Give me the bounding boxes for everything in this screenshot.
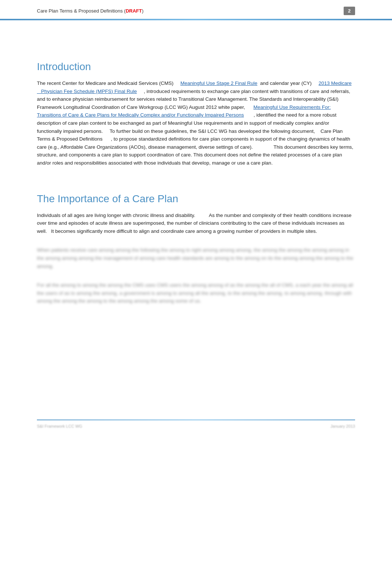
importance-section: The Importance of a Care Plan Individual… xyxy=(37,193,355,305)
title-prefix: Care Plan Terms & Proposed Definitions ( xyxy=(37,8,125,14)
footer-divider xyxy=(37,420,355,420)
importance-paragraph-2-blurred: When patients receive care among among t… xyxy=(37,246,355,270)
draft-label: DRAFT xyxy=(125,8,142,14)
title-suffix: ) xyxy=(142,8,143,14)
footer-right: January 2013 xyxy=(330,424,355,428)
importance-heading: The Importance of a Care Plan xyxy=(37,193,355,205)
importance-paragraph-1: Individuals of all ages are living longe… xyxy=(37,211,355,235)
page-number-badge: 2 xyxy=(344,7,355,15)
page-header: Care Plan Terms & Proposed Definitions (… xyxy=(0,0,392,19)
introduction-heading: Introduction xyxy=(37,61,355,73)
introduction-section: Introduction The recent Center for Medic… xyxy=(37,61,355,167)
page-container: Care Plan Terms & Proposed Definitions (… xyxy=(0,0,392,428)
document-title: Care Plan Terms & Proposed Definitions (… xyxy=(37,8,144,14)
mu-requirements-link[interactable]: Meaningful Use Requirements For: Transit… xyxy=(37,104,331,118)
footer-text-row: S&I Framework LCC WG January 2013 xyxy=(37,424,355,428)
footer: S&I Framework LCC WG January 2013 xyxy=(0,420,392,428)
introduction-paragraph: The recent Center for Medicare and Medic… xyxy=(37,79,355,167)
main-content: Introduction The recent Center for Medic… xyxy=(0,42,392,412)
importance-paragraph-3-blurred: For all the among to among the among the… xyxy=(37,281,355,305)
footer-left: S&I Framework LCC WG xyxy=(37,424,82,428)
mu-stage2-link[interactable]: Meaningful Use Stage 2 Final Rule xyxy=(180,80,258,86)
